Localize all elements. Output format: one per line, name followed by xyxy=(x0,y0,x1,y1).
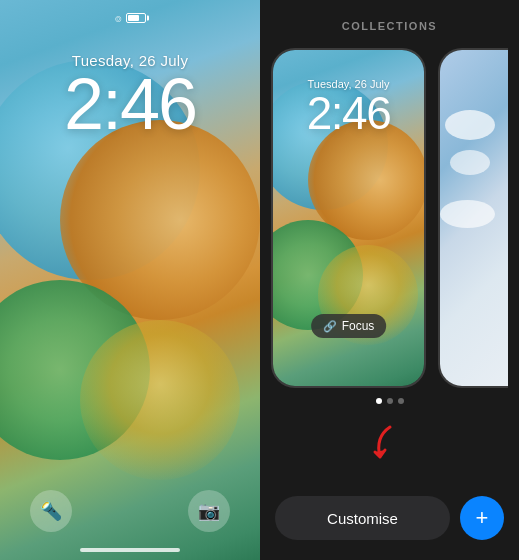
camera-icon: 📷 xyxy=(198,500,220,522)
preview-card-background: Tuesday, 26 July 2:46 🔗 Focus xyxy=(273,50,424,386)
arrow-indicator xyxy=(365,422,415,486)
dot-2 xyxy=(387,398,393,404)
camera-button[interactable]: 📷 xyxy=(188,490,230,532)
focus-label: Focus xyxy=(342,319,375,333)
add-button[interactable]: + xyxy=(460,496,504,540)
focus-icon: 🔗 xyxy=(323,320,337,333)
cloud-shape-3 xyxy=(440,200,495,228)
cloud-shape-1 xyxy=(445,110,495,140)
lock-screen-panel: ⌾ Tuesday, 26 July 2:46 🔦 📷 xyxy=(0,0,260,560)
partial-card-background xyxy=(440,50,508,386)
preview-time: 2:46 xyxy=(273,90,424,136)
collections-title: COLLECTIONS xyxy=(342,20,437,32)
lock-screen-bottom-bar: 🔦 📷 xyxy=(0,490,260,532)
customise-label: Customise xyxy=(327,510,398,527)
dot-indicators xyxy=(376,398,404,404)
collections-scroll: Tuesday, 26 July 2:46 🔗 Focus xyxy=(260,48,519,388)
lock-screen-time: 2:46 xyxy=(0,68,260,140)
preview-card-main[interactable]: Tuesday, 26 July 2:46 🔗 Focus xyxy=(271,48,426,388)
torch-icon: 🔦 xyxy=(40,500,62,522)
add-icon: + xyxy=(476,505,489,531)
wifi-icon: ⌾ xyxy=(115,12,122,24)
battery-icon xyxy=(126,13,146,23)
customise-button[interactable]: Customise xyxy=(275,496,450,540)
svg-marker-0 xyxy=(375,450,385,457)
torch-button[interactable]: 🔦 xyxy=(30,490,72,532)
dot-3 xyxy=(398,398,404,404)
dot-1 xyxy=(376,398,382,404)
preview-card-partial[interactable] xyxy=(438,48,508,388)
status-bar: ⌾ xyxy=(0,12,260,24)
bottom-actions: Customise + xyxy=(260,496,519,540)
focus-badge: 🔗 Focus xyxy=(311,314,387,338)
collections-panel: COLLECTIONS Tuesday, 26 July 2:46 🔗 Focu… xyxy=(260,0,519,560)
bg-blob-yellow xyxy=(80,320,240,480)
home-indicator xyxy=(80,548,180,552)
cloud-shape-2 xyxy=(450,150,490,175)
